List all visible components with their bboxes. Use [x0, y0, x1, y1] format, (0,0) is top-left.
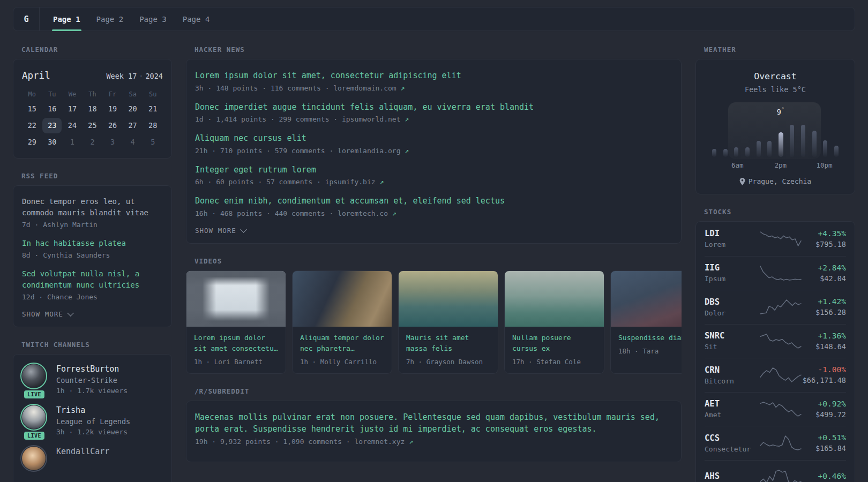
stock-row[interactable]: AHS +0.46% [705, 460, 846, 482]
video-meta: 7h · Grayson Dawson [406, 358, 490, 366]
rss-item: Donec tempor eros leo, ut commodo mauris… [22, 196, 163, 229]
twitch-section-title: TWITCH CHANNELS [21, 341, 172, 349]
subreddit-widget: /R/SUBREDDIT Maecenas mollis pulvinar er… [186, 387, 682, 462]
external-link-icon[interactable]: ↗ [392, 209, 396, 217]
hn-link[interactable]: Lorem ipsum dolor sit amet, consectetur … [195, 70, 672, 82]
hn-meta: 6h · 60 points · 57 comments · ipsumify.… [195, 178, 672, 186]
calendar-day: 17 [62, 101, 83, 117]
hn-link[interactable]: Donec enim nibh, condimentum et accumsan… [195, 195, 672, 207]
stock-row[interactable]: IIG Ipsum +2.84% $42.04 [705, 256, 846, 290]
calendar-day: 30 [42, 134, 63, 150]
weather-condition: Overcast [705, 71, 846, 81]
weather-location: Prague, Czechia [705, 177, 846, 185]
rss-link[interactable]: In hac habitasse platea [22, 238, 163, 249]
calendar-dow: Sa [123, 88, 143, 101]
page-tabs: Page 1 Page 2 Page 3 Page 4 [40, 7, 211, 31]
hn-item: Integer eget rutrum lorem 6h · 60 points… [195, 164, 672, 186]
calendar-dow: Th [83, 88, 103, 101]
stock-symbol: IIG [705, 263, 759, 273]
video-meta: 1h · Molly Carrillo [300, 358, 384, 366]
hn-meta: 1d · 1,414 points · 299 comments · ipsum… [195, 115, 672, 123]
hn-item: Donec imperdiet augue tincidunt felis al… [195, 101, 672, 124]
video-card[interactable]: Suspendisse diam 18h · Tara [610, 270, 682, 374]
stock-row[interactable]: CCS Consectetur +0.51% $165.84 [705, 426, 846, 460]
calendar-day-next-month: 3 [102, 134, 123, 150]
stock-row[interactable]: CRN Bitcorn -1.00% $66,171.48 [705, 358, 846, 392]
calendar-day: 24 [62, 117, 83, 134]
video-card[interactable]: Mauris sit amet massa felis 7h · Grayson… [398, 270, 498, 374]
external-link-icon[interactable]: ↗ [405, 115, 409, 123]
stock-sparkline [759, 367, 802, 383]
video-meta: 18h · Tara [618, 347, 682, 355]
rss-meta: 7d · Ashlyn Martin [22, 221, 163, 229]
hn-link[interactable]: Donec imperdiet augue tincidunt felis al… [195, 101, 672, 114]
chevron-down-icon [67, 310, 74, 317]
hn-link[interactable]: Aliquam nec cursus elit [195, 132, 672, 145]
app-logo[interactable]: G [13, 7, 39, 31]
video-title: Suspendisse diam [618, 333, 682, 343]
temperature-bars [710, 119, 841, 157]
stock-change: +0.92% [802, 400, 846, 408]
avatar [22, 447, 46, 470]
stock-change: -1.00% [802, 365, 846, 374]
video-thumbnail [611, 271, 682, 327]
rss-link[interactable]: Sed volutpat nulla nisl, a condimentum n… [22, 268, 163, 291]
video-card[interactable]: Lorem ipsum dolor sit amet consectetu… 1… [186, 270, 286, 374]
subreddit-section-title: /R/SUBREDDIT [194, 387, 682, 395]
calendar-day: 26 [102, 117, 123, 134]
external-link-icon[interactable]: ↗ [379, 178, 384, 186]
reddit-post-link[interactable]: Maecenas mollis pulvinar erat non posuer… [195, 411, 672, 435]
temperature-bar [745, 147, 750, 157]
videos-widget: VIDEOS Lorem ipsum dolor sit amet consec… [186, 257, 682, 374]
stock-symbol: CRN [705, 365, 759, 375]
external-link-icon[interactable]: ↗ [405, 147, 409, 155]
calendar-day: 15 [22, 101, 42, 117]
twitch-channel[interactable]: LIVE Trisha League of Legends 3h · 1.2k … [22, 405, 163, 436]
rss-meta: 8d · Cynthia Saunders [22, 251, 163, 259]
hn-show-more-button[interactable]: SHOW MORE [195, 227, 672, 235]
twitch-widget: TWITCH CHANNELS LIVE ForrestBurton Count… [13, 341, 172, 482]
stock-sparkline [759, 333, 802, 349]
temperature-bar [757, 141, 761, 157]
rss-section-title: RSS FEED [21, 172, 172, 180]
stock-price: $795.18 [802, 240, 846, 248]
stock-change: +0.46% [802, 472, 846, 480]
temperature-bar [712, 149, 716, 157]
avatar [22, 405, 46, 429]
live-badge: LIVE [24, 390, 44, 398]
temperature-bar [801, 125, 805, 157]
tab-page-1[interactable]: Page 1 [52, 7, 81, 31]
rss-show-more-button[interactable]: SHOW MORE [22, 310, 163, 318]
tab-page-2[interactable]: Page 2 [95, 7, 125, 31]
tab-page-3[interactable]: Page 3 [138, 7, 168, 31]
video-card[interactable]: Nullam posuere cursus ex 17h · Stefan Co… [504, 270, 604, 374]
calendar-day-next-month: 1 [62, 134, 83, 150]
calendar-month: April [22, 70, 50, 81]
calendar-dow: We [62, 88, 83, 101]
tab-page-4[interactable]: Page 4 [182, 7, 211, 31]
calendar-day: 16 [42, 101, 63, 117]
external-link-icon[interactable]: ↗ [409, 438, 413, 446]
video-title: Mauris sit amet massa felis [406, 333, 490, 354]
stock-name: Lorem [705, 240, 759, 248]
stock-change: +0.51% [802, 433, 846, 442]
stock-row[interactable]: AET Amet +0.92% $499.72 [705, 392, 846, 426]
stock-row[interactable]: SNRC Sit +1.36% $148.64 [705, 324, 846, 358]
rss-link[interactable]: Donec tempor eros leo, ut commodo mauris… [22, 196, 163, 219]
stocks-widget: STOCKS LDI Lorem +4.35% $795.18 [695, 208, 855, 482]
location-pin-icon [739, 178, 745, 185]
video-thumbnail [399, 271, 498, 327]
video-card[interactable]: Aliquam tempor dolor nec pharetra… 1h · … [292, 270, 392, 374]
stock-row[interactable]: DBS Dolor +1.42% $156.28 [705, 290, 846, 324]
temperature-bar [734, 147, 738, 157]
channel-name: Trisha [56, 405, 130, 415]
hn-link[interactable]: Integer eget rutrum lorem [195, 164, 672, 176]
external-link-icon[interactable]: ↗ [401, 84, 405, 92]
weather-section-title: WEATHER [704, 46, 855, 54]
hn-item: Aliquam nec cursus elit 21h · 710 points… [195, 132, 672, 155]
stock-row[interactable]: LDI Lorem +4.35% $795.18 [705, 222, 846, 256]
twitch-channel[interactable]: LIVE ForrestBurton Counter-Strike 1h · 1… [22, 364, 163, 395]
hackernews-widget: HACKER NEWS Lorem ipsum dolor sit amet, … [186, 46, 682, 244]
twitch-channel[interactable]: KendallCarr [22, 447, 163, 470]
stock-price: $499.72 [802, 410, 846, 419]
